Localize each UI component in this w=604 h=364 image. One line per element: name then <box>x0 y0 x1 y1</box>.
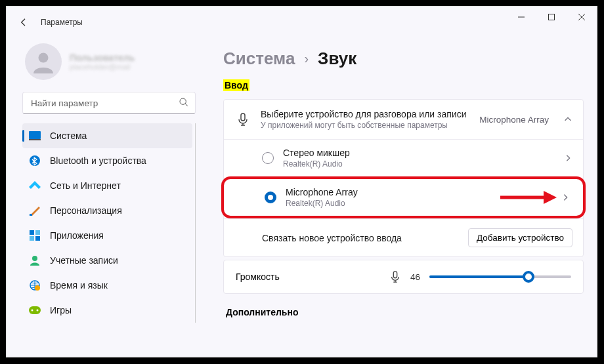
monitor-icon <box>29 130 41 142</box>
app-title: Параметры <box>41 18 83 27</box>
pair-device-row: Связать новое устройство ввода Добавить … <box>224 218 583 256</box>
nav-label: Персонализация <box>50 205 122 216</box>
search-icon <box>179 97 189 108</box>
nav-label: Система <box>50 131 87 141</box>
apps-icon <box>29 230 41 241</box>
svg-point-13 <box>35 285 40 291</box>
maximize-button[interactable] <box>536 7 567 28</box>
svg-rect-9 <box>30 236 34 241</box>
device-row-stereo-mixer[interactable]: Стерео микшер Realtek(R) Audio <box>224 139 583 176</box>
add-device-button[interactable]: Добавить устройство <box>468 228 572 247</box>
bluetooth-icon <box>29 155 41 167</box>
main-content: Система › Звук Ввод Выберите устройство … <box>204 38 597 357</box>
nav-personalization[interactable]: Персонализация <box>22 198 192 223</box>
svg-point-1 <box>39 53 49 63</box>
input-device-title: Выберите устройство для разговора или за… <box>261 109 469 119</box>
settings-window: Параметры Пользователь placeholder@mail <box>6 6 597 357</box>
chevron-right-icon <box>563 153 572 163</box>
microphone-icon <box>389 271 401 283</box>
svg-rect-17 <box>241 113 245 121</box>
titlebar: Параметры <box>7 7 597 38</box>
radio-unchecked[interactable] <box>262 152 274 164</box>
minimize-button[interactable] <box>506 7 536 28</box>
svg-rect-6 <box>30 214 32 216</box>
account-icon <box>29 254 41 266</box>
input-device-subtitle: У приложений могут быть собственные пара… <box>261 121 469 130</box>
input-device-card: Выберите устройство для разговора или за… <box>223 99 584 257</box>
game-icon <box>29 304 41 316</box>
user-block[interactable]: Пользователь placeholder@mail <box>22 38 196 92</box>
svg-rect-7 <box>30 230 34 235</box>
nav-label: Время и язык <box>50 280 108 291</box>
nav-apps[interactable]: Приложения <box>22 223 192 248</box>
svg-rect-10 <box>35 236 40 241</box>
input-device-header[interactable]: Выберите устройство для разговора или за… <box>224 100 583 139</box>
svg-rect-19 <box>393 272 397 278</box>
breadcrumb: Система › Звук <box>223 38 584 75</box>
back-button[interactable] <box>12 10 35 34</box>
close-button[interactable] <box>567 7 597 28</box>
volume-value: 46 <box>410 272 420 282</box>
device-row-microphone-array[interactable]: Microphone Array Realtek(R) Audio <box>226 179 580 216</box>
volume-slider[interactable] <box>429 275 571 278</box>
nav-label: Сеть и Интернет <box>50 180 121 191</box>
nav-label: Учетные записи <box>50 255 118 266</box>
section-input-label: Ввод <box>223 79 249 91</box>
svg-rect-14 <box>29 306 41 314</box>
svg-rect-0 <box>549 14 555 20</box>
chevron-up-icon <box>563 115 572 124</box>
nav-network[interactable]: Сеть и Интернет <box>22 173 192 198</box>
svg-point-2 <box>180 98 186 104</box>
user-email: placeholder@mail <box>70 63 135 71</box>
svg-rect-3 <box>29 131 41 139</box>
nav-system[interactable]: Система <box>22 123 192 148</box>
selected-device: Microphone Array <box>479 115 549 125</box>
nav-label: Игры <box>50 305 72 315</box>
nav-label: Приложения <box>50 230 104 241</box>
svg-point-16 <box>37 310 39 312</box>
search-input[interactable] <box>22 92 196 114</box>
brush-icon <box>29 205 41 216</box>
nav: Система Bluetooth и устройства Сеть и Ин… <box>22 123 196 323</box>
chevron-right-icon: › <box>304 51 309 66</box>
volume-card: Громкость 46 <box>223 260 584 294</box>
chevron-right-icon <box>561 193 570 202</box>
wifi-icon <box>29 180 41 192</box>
svg-rect-4 <box>29 139 41 140</box>
user-name: Пользователь <box>70 52 135 63</box>
globe-icon <box>29 279 41 291</box>
device-driver: Realtek(R) Audio <box>286 199 551 208</box>
page-title: Звук <box>318 49 356 69</box>
nav-gaming[interactable]: Игры <box>22 298 192 323</box>
breadcrumb-parent[interactable]: Система <box>223 49 295 69</box>
device-driver: Realtek(R) Audio <box>283 159 554 169</box>
svg-rect-8 <box>35 230 40 235</box>
annotation-highlight: Microphone Array Realtek(R) Audio <box>221 176 586 218</box>
microphone-icon <box>236 113 250 126</box>
avatar <box>25 43 62 80</box>
nav-time-language[interactable]: Время и язык <box>22 273 192 298</box>
nav-bluetooth[interactable]: Bluetooth и устройства <box>22 148 192 173</box>
nav-accounts[interactable]: Учетные записи <box>22 248 192 273</box>
section-advanced-label: Дополнительно <box>226 307 584 317</box>
svg-point-15 <box>32 310 33 312</box>
svg-point-11 <box>32 256 37 261</box>
nav-label: Bluetooth и устройства <box>50 155 146 166</box>
device-name: Стерео микшер <box>283 148 554 158</box>
sidebar: Пользователь placeholder@mail Система Bl… <box>7 38 204 357</box>
device-name: Microphone Array <box>286 187 551 197</box>
pair-label: Связать новое устройство ввода <box>262 233 402 243</box>
volume-label: Громкость <box>236 272 380 282</box>
radio-checked[interactable] <box>265 192 276 203</box>
